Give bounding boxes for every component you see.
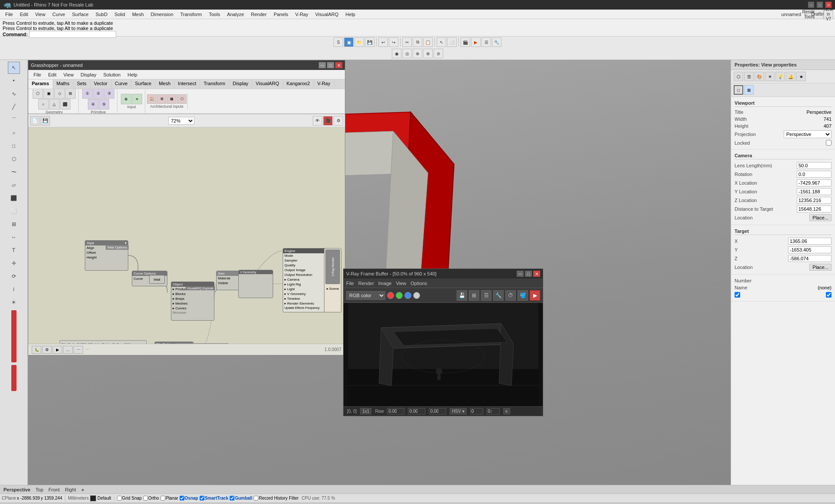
snap-record-history[interactable]: Record History bbox=[254, 496, 287, 501]
curve-tool[interactable]: ∿ bbox=[8, 88, 20, 100]
vray-tb-correction[interactable]: 🔧 bbox=[493, 290, 504, 301]
checkbox-locked[interactable] bbox=[826, 140, 832, 146]
gh-tab-display[interactable]: Display bbox=[229, 80, 252, 89]
freeform-tool[interactable]: 〜 bbox=[8, 166, 20, 178]
gh-bottom-btn4[interactable]: … bbox=[63, 346, 73, 354]
gh-menu-edit[interactable]: Edit bbox=[45, 71, 60, 78]
menu-tools[interactable]: Tools bbox=[205, 11, 224, 18]
props-icon-object[interactable]: ⬡ bbox=[734, 72, 743, 81]
filter-label[interactable]: Filter bbox=[289, 496, 298, 501]
gh-menu-file[interactable]: File bbox=[30, 71, 45, 78]
btn-place-cam[interactable]: Place... bbox=[809, 214, 832, 221]
gh-tb-cam[interactable]: 🎥 bbox=[323, 116, 333, 126]
arc-tool[interactable]: ⌒ bbox=[8, 114, 20, 126]
vray-fb-canvas[interactable] bbox=[344, 303, 543, 406]
node-wall-options[interactable]: Style▾ Align Offset Height Wall Options bbox=[85, 240, 128, 271]
menu-surface[interactable]: Surface bbox=[69, 11, 92, 18]
gh-tab-sets[interactable]: Sets bbox=[73, 80, 90, 89]
color-swatch[interactable] bbox=[90, 495, 96, 501]
node-visualarq-explode[interactable]: Object ▸ Products ▸ Blocks ▸ Breps ▸ Mes… bbox=[171, 282, 214, 321]
props-icon-layer[interactable]: ☰ bbox=[744, 72, 754, 81]
command-input[interactable] bbox=[29, 31, 116, 38]
gh-tab-intersect[interactable]: Intersect bbox=[174, 80, 200, 89]
tb-cut[interactable]: ✂ bbox=[402, 37, 412, 47]
props-icon-star[interactable]: ★ bbox=[796, 72, 806, 81]
gh-tb-save[interactable]: 💾 bbox=[40, 116, 50, 126]
vray-expand-btn[interactable]: ≡ bbox=[503, 408, 510, 414]
gh-btn-geo1[interactable]: ⬡ bbox=[33, 89, 43, 99]
gh-btn-prim3[interactable]: ③ bbox=[104, 89, 114, 99]
vis-tool[interactable] bbox=[11, 310, 17, 362]
gh-bottom-btn5[interactable]: ⋯ bbox=[73, 346, 83, 354]
vray-menu-render[interactable]: Render bbox=[358, 281, 374, 286]
gh-btn-geo6[interactable]: △ bbox=[49, 99, 60, 109]
menu-transform[interactable]: Transform bbox=[177, 11, 206, 18]
props-icon-rendering[interactable]: ☀ bbox=[765, 72, 775, 81]
gh-maximize[interactable]: □ bbox=[327, 62, 334, 68]
vray-fb-maximize[interactable]: □ bbox=[525, 271, 532, 277]
input-target-x[interactable] bbox=[788, 238, 832, 245]
vray-hsv-val1[interactable] bbox=[470, 408, 483, 414]
btn-place-target[interactable]: Place... bbox=[809, 264, 832, 271]
checkbox-opt2[interactable] bbox=[826, 292, 832, 298]
tb-vis5[interactable]: ⊘ bbox=[434, 49, 443, 58]
gh-btn-prim1[interactable]: ① bbox=[82, 89, 93, 99]
tb-paste[interactable]: 📋 bbox=[423, 37, 433, 47]
props-icon-snap[interactable]: ⊠ bbox=[744, 85, 754, 95]
minimize-button[interactable]: ─ bbox=[808, 2, 814, 8]
menu-file[interactable]: File bbox=[2, 11, 17, 18]
gh-btn-prim5[interactable]: ⑤ bbox=[99, 99, 109, 109]
gh-btn-geo5[interactable]: ○ bbox=[38, 99, 49, 109]
dropdown-projection[interactable]: Perspective Parallel bbox=[784, 130, 832, 138]
vray-menu-options[interactable]: Options bbox=[411, 281, 427, 286]
tb-vis1[interactable]: ◉ bbox=[392, 49, 401, 58]
menu-dimension[interactable]: Dimension bbox=[147, 11, 177, 18]
input-target-z[interactable] bbox=[788, 255, 832, 262]
drafting-btn[interactable]: Drafting bbox=[814, 10, 824, 19]
select-tool[interactable]: ↖ bbox=[8, 62, 20, 74]
vray-menu-file[interactable]: File bbox=[346, 281, 354, 286]
gh-btn-prim2[interactable]: ② bbox=[93, 89, 104, 99]
menu-curve[interactable]: Curve bbox=[49, 11, 68, 18]
gh-btn-arch1[interactable]: 🏠 bbox=[147, 94, 157, 104]
snap-tool[interactable]: ✛ bbox=[8, 257, 20, 269]
menu-visualarq[interactable]: VisualARQ bbox=[312, 11, 342, 18]
maximize-button[interactable]: □ bbox=[817, 2, 823, 8]
menu-view[interactable]: View bbox=[32, 11, 49, 18]
gh-tb-new[interactable]: 📄 bbox=[30, 116, 40, 126]
vray-tb-save[interactable]: 💾 bbox=[457, 290, 467, 301]
extrude-tool[interactable]: ⬛ bbox=[8, 192, 20, 204]
menu-panels[interactable]: Panels bbox=[270, 11, 292, 18]
node-wall[interactable]: Wall bbox=[149, 275, 165, 284]
vray-tb-compare[interactable]: ⊞ bbox=[469, 290, 479, 301]
tb-vis2[interactable]: ◎ bbox=[402, 49, 412, 58]
tb-render2[interactable]: ▶ bbox=[471, 37, 481, 47]
gh-btn-arch3[interactable]: ▦ bbox=[167, 94, 177, 104]
vray-color-red[interactable] bbox=[387, 292, 394, 299]
gh-menu-view[interactable]: View bbox=[60, 71, 77, 78]
menu-subd[interactable]: SubD bbox=[92, 11, 111, 18]
gh-btn-arch4[interactable]: ⬡ bbox=[177, 94, 187, 104]
mesh-tool[interactable]: ⊞ bbox=[8, 218, 20, 230]
polygon-tool[interactable]: ⬡ bbox=[8, 153, 20, 165]
gh-close[interactable]: ✕ bbox=[335, 62, 342, 68]
menu-render[interactable]: Render bbox=[247, 11, 270, 18]
gh-tab-kangaroo[interactable]: Kangaroo2 bbox=[283, 80, 314, 89]
gh-tab-surface[interactable]: Surface bbox=[131, 80, 155, 89]
input-yloc[interactable] bbox=[797, 188, 832, 195]
gh-minimize[interactable]: ─ bbox=[319, 62, 326, 68]
tb-redo[interactable]: ↪ bbox=[389, 37, 398, 47]
snap-gumball[interactable]: Gumball bbox=[230, 496, 252, 501]
gh-tab-transform[interactable]: Transform bbox=[200, 80, 229, 89]
menu-edit[interactable]: Edit bbox=[17, 11, 32, 18]
circle-tool[interactable]: ○ bbox=[8, 127, 20, 139]
gh-tb-settings[interactable]: ⚙ bbox=[334, 116, 343, 126]
snap-ortho[interactable]: Ortho bbox=[143, 496, 159, 501]
menu-solid[interactable]: Solid bbox=[111, 11, 128, 18]
menu-help[interactable]: Help bbox=[342, 11, 359, 18]
props-icon-light[interactable]: 💡 bbox=[775, 72, 785, 81]
gh-tab-vector[interactable]: Vector bbox=[90, 80, 111, 89]
tb-props[interactable]: 🔧 bbox=[492, 37, 501, 47]
menu-mesh[interactable]: Mesh bbox=[129, 11, 147, 18]
vray-coord-btn[interactable]: 1x1 bbox=[360, 408, 371, 414]
